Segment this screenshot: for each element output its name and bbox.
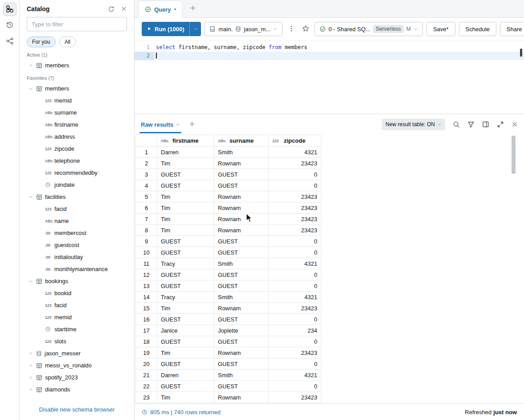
favorite-button[interactable] [300,22,311,36]
tab-raw-results[interactable]: Raw results [141,114,180,135]
row-number-cell: 19 [136,347,157,358]
cell-firstname: Janice [157,325,214,336]
expand-icon[interactable] [497,121,504,128]
filter-icon[interactable] [467,121,475,128]
table-row[interactable]: 21DarrenSmith4321 [136,370,321,381]
table-row[interactable]: 12GUESTGUEST0 [136,269,321,280]
catalog-filter-input[interactable] [27,17,127,31]
tree-item-diamonds[interactable]: diamonds [20,383,134,395]
tree-item-memid[interactable]: 123memid [20,311,134,323]
chevron-right-icon[interactable] [29,351,36,356]
rail-history-button[interactable] [3,19,16,32]
table-row[interactable]: 7TimRownam23423 [136,214,321,225]
chevron-down-icon[interactable] [29,86,36,91]
editor-line-1[interactable]: 1select firstname, surname, zipcode from… [135,43,524,52]
chevron-right-icon[interactable] [29,363,36,368]
column-header-zipcode[interactable]: 123zipcode [269,135,321,147]
table-row[interactable]: 13GUESTGUEST0 [136,280,321,292]
close-results-icon[interactable] [512,121,518,128]
tree-item-starttime[interactable]: starttime [20,323,134,335]
tree-item-surname[interactable]: ABcsurname [20,107,134,119]
column-header-firstname[interactable]: ABcfirstname [157,135,214,147]
chevron-right-icon[interactable] [29,375,36,380]
tree-item-bookings[interactable]: bookings [20,275,134,287]
tree-item-messi_vs_ronaldo[interactable]: messi_vs_ronaldo [20,359,134,371]
table-row[interactable]: 10GUESTGUEST0 [136,247,321,258]
table-row[interactable]: 4GUESTGUEST0 [136,180,321,191]
table-row[interactable]: 1DarrenSmith4321 [136,147,321,158]
tree-item-facid[interactable]: 123facid [20,299,134,311]
table-row[interactable]: 22GUESTGUEST0 [136,381,321,392]
disable-schema-browser-link[interactable]: Disable new schema browser [39,406,115,413]
tree-item-telephone[interactable]: ABctelephone [20,155,134,167]
tree-item-bookid[interactable]: 123bookid [20,287,134,299]
rail-schema-browser-button[interactable] [3,3,16,16]
table-row[interactable]: 17JaniceJoplette234 [136,325,321,336]
results-scrollbar[interactable] [512,136,516,174]
more-actions-button[interactable] [286,22,297,36]
share-button[interactable]: Share [500,22,524,36]
table-row[interactable]: 20GUESTGUEST0 [136,358,321,370]
tab-query[interactable]: Query ● [138,0,183,18]
layout-panel-icon[interactable] [482,121,489,128]
table-row[interactable]: 23TimRownam23423 [136,392,321,403]
table-row[interactable]: 19TimRownam23423 [136,347,321,358]
tree-item-guestcost[interactable]: .00guestcost [20,239,134,251]
schedule-button[interactable]: Schedule [459,22,496,36]
table-row[interactable]: 16GUESTGUEST0 [136,314,321,325]
table-row[interactable]: 15TimRownam23423 [136,303,321,314]
table-row[interactable]: 3GUESTGUEST0 [136,169,321,180]
tree-item-facid[interactable]: 123facid [20,203,134,215]
close-catalog-icon[interactable] [121,6,127,12]
catalog-schema-selector[interactable]: main. jason_m... [205,22,282,36]
table-row[interactable]: 11TracySmith4321 [136,258,321,269]
tree-item-jason_messer[interactable]: jason_messer [20,347,134,359]
table-row[interactable]: 14TracySmith4321 [136,292,321,303]
save-button[interactable]: Save* [426,22,455,36]
chevron-down-icon[interactable] [29,279,36,284]
new-result-table-toggle[interactable]: New result table: ON [382,119,445,130]
filter-pill-all[interactable]: All [59,37,76,47]
tree-item-members[interactable]: members [20,82,134,95]
tree-item-label: spotify_2023 [45,374,78,381]
tree-item-label: messi_vs_ronaldo [45,362,92,369]
tree-item-spotify_2023[interactable]: spotify_2023 [20,371,134,383]
tree-item-monthlymaintenance[interactable]: .00monthlymaintenance [20,263,134,275]
refresh-icon[interactable] [108,6,115,12]
tree-item-slots[interactable]: 123slots [20,335,134,347]
sql-editor[interactable]: 1select firstname, surname, zipcode from… [135,40,524,114]
tree-item-facilities[interactable]: facilities [20,191,134,203]
tree-item-address[interactable]: ABcaddress [20,131,134,143]
table-row[interactable]: 8TimRownam23423 [136,225,321,236]
table-row[interactable]: 2TimRownam23423 [136,158,321,169]
table-row[interactable]: 5TimRownam23423 [136,191,321,202]
tree-item-initialoutlay[interactable]: .00initialoutlay [20,251,134,263]
editor-line-2[interactable]: 2 [135,52,524,60]
tree-item-firstname[interactable]: ABcfirstname [20,119,134,131]
tree-item-joindate[interactable]: joindate [20,179,134,191]
tree-item-recommendedby[interactable]: 123recommendedby [20,167,134,179]
rail-lineage-button[interactable] [3,35,16,48]
chevron-right-icon[interactable] [29,63,36,68]
cell-zipcode: 0 [269,247,321,258]
tree-item-members[interactable]: members [20,59,134,71]
filter-pill-for-you[interactable]: For you [27,37,56,47]
tree-item-zipcode[interactable]: 123zipcode [20,143,134,155]
chevron-down-icon[interactable] [29,195,36,199]
add-result-tab-button[interactable] [189,121,195,128]
table-row[interactable]: 18GUESTGUEST0 [136,336,321,347]
warehouse-selector[interactable]: 0 - Shared SQ... Serverless M [315,22,423,36]
chevron-right-icon[interactable] [29,387,36,392]
table-row[interactable]: 6TimRownam23423 [136,202,321,214]
table-row[interactable]: 9GUESTGUEST0 [136,236,321,247]
search-results-icon[interactable] [453,121,460,128]
new-tab-button[interactable] [190,5,196,12]
column-header-surname[interactable]: ABcsurname [214,135,269,147]
run-button[interactable]: Run (1000) [142,22,189,36]
row-number-header[interactable] [136,135,157,147]
tree-item-memid[interactable]: 123memid [20,95,134,107]
tree-item-membercost[interactable]: .00membercost [20,227,134,239]
run-options-button[interactable] [189,22,201,36]
tree-item-name[interactable]: ABcname [20,215,134,227]
editor-scrollbar[interactable] [520,49,522,57]
